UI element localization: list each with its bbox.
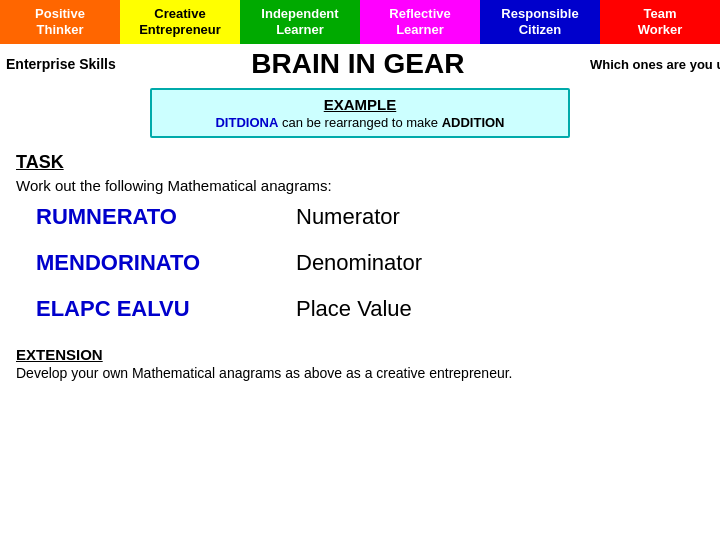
anagram-answer-2: Denominator — [296, 250, 422, 276]
anagram-row-2: MENDORINATO Denominator — [16, 250, 704, 276]
nav-item-creative-entrepreneur[interactable]: Creative Entrepreneur — [120, 0, 240, 44]
nav-item-independent-learner[interactable]: Independent Learner — [240, 0, 360, 44]
nav-label-responsible-citizen: Responsible Citizen — [501, 6, 578, 37]
example-title: EXAMPLE — [162, 96, 558, 113]
anagram-scrambled-3: ELAPC EALVU — [36, 296, 296, 322]
example-text: DITDIONA can be rearranged to make ADDIT… — [162, 115, 558, 130]
nav-item-responsible-citizen[interactable]: Responsible Citizen — [480, 0, 600, 44]
extension-text: Develop your own Mathematical anagrams a… — [16, 365, 704, 381]
top-nav: Positive Thinker Creative Entrepreneur I… — [0, 0, 720, 44]
which-ones-label: Which ones are you using? — [590, 57, 720, 72]
example-box: EXAMPLE DITDIONA can be rearranged to ma… — [150, 88, 570, 138]
task-description: Work out the following Mathematical anag… — [16, 177, 704, 194]
nav-item-team-worker[interactable]: Team Worker — [600, 0, 720, 44]
anagram-scrambled-1: RUMNERATO — [36, 204, 296, 230]
task-title: TASK — [16, 152, 704, 173]
nav-label-creative-entrepreneur: Creative Entrepreneur — [139, 6, 221, 37]
skills-label: Enterprise Skills — [0, 56, 116, 72]
anagram-row-3: ELAPC EALVU Place Value — [16, 296, 704, 322]
extension-title: EXTENSION — [16, 346, 704, 363]
nav-label-positive-thinker: Positive Thinker — [35, 6, 85, 37]
brain-in-gear-title: BRAIN IN GEAR — [116, 48, 590, 80]
nav-item-reflective-learner[interactable]: Reflective Learner — [360, 0, 480, 44]
example-anagram: DITDIONA — [215, 115, 278, 130]
example-answer: ADDITION — [442, 115, 505, 130]
extension-section: EXTENSION Develop your own Mathematical … — [0, 342, 720, 381]
nav-label-independent-learner: Independent Learner — [261, 6, 338, 37]
nav-label-team-worker: Team Worker — [638, 6, 683, 37]
anagram-scrambled-2: MENDORINATO — [36, 250, 296, 276]
example-connector: can be rearranged to make — [282, 115, 438, 130]
task-section: TASK Work out the following Mathematical… — [0, 142, 720, 322]
anagram-answer-3: Place Value — [296, 296, 412, 322]
nav-item-positive-thinker[interactable]: Positive Thinker — [0, 0, 120, 44]
anagram-answer-1: Numerator — [296, 204, 400, 230]
skills-row: Enterprise Skills BRAIN IN GEAR Which on… — [0, 44, 720, 84]
anagram-row-1: RUMNERATO Numerator — [16, 204, 704, 230]
nav-label-reflective-learner: Reflective Learner — [389, 6, 450, 37]
